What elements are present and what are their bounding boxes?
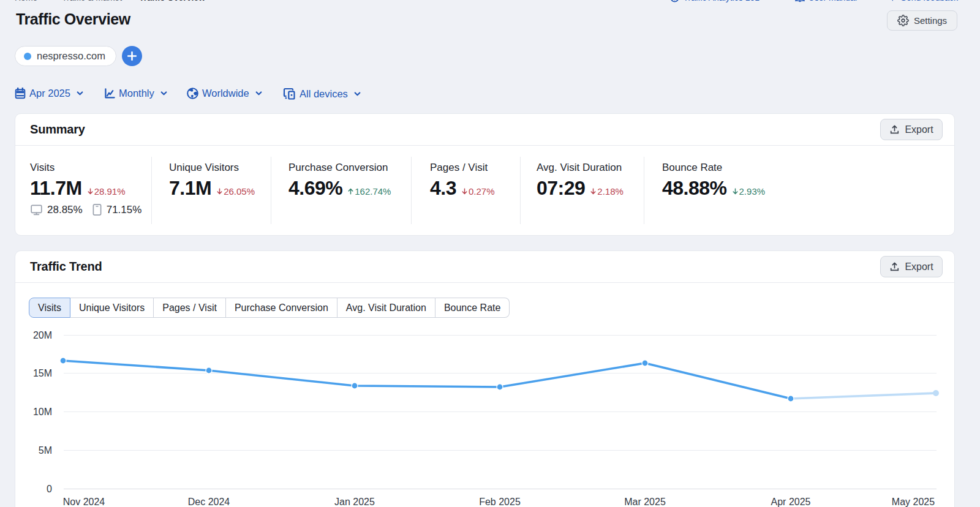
svg-text:Apr 2025: Apr 2025 [771,497,811,507]
svg-text:Nov 2024: Nov 2024 [63,497,105,507]
svg-text:15M: 15M [33,368,52,378]
svg-text:Dec 2024: Dec 2024 [188,497,230,507]
svg-text:5M: 5M [39,445,52,456]
svg-text:Jan 2025: Jan 2025 [334,497,375,507]
svg-text:20M: 20M [33,331,52,340]
svg-text:Mar 2025: Mar 2025 [624,497,666,507]
svg-text:10M: 10M [33,407,52,417]
svg-text:0: 0 [47,484,52,494]
svg-text:Feb 2025: Feb 2025 [479,497,521,507]
svg-text:May 2025: May 2025 [892,497,935,507]
